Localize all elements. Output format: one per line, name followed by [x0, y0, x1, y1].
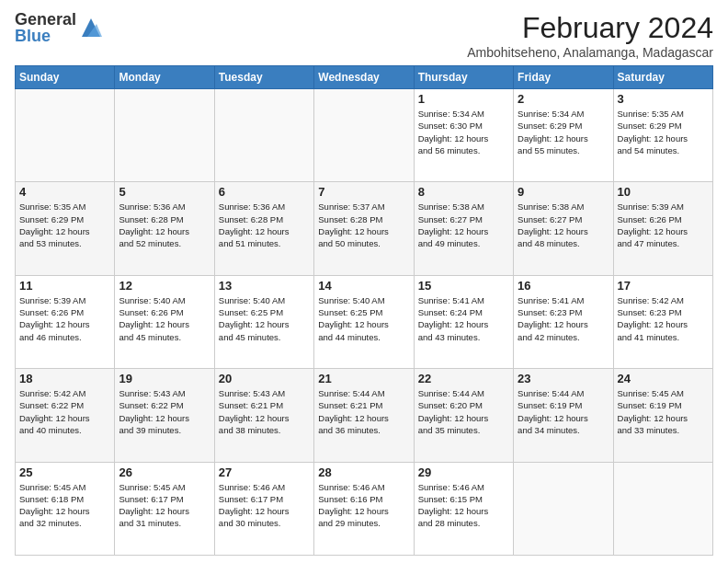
calendar-week-5: 25Sunrise: 5:45 AM Sunset: 6:18 PM Dayli…	[16, 462, 713, 555]
logo-blue: Blue	[15, 28, 76, 44]
title-block: February 2024 Ambohitseheno, Analamanga,…	[467, 11, 713, 60]
logo-general: General	[15, 11, 76, 28]
day-info: Sunrise: 5:41 AM Sunset: 6:23 PM Dayligh…	[518, 294, 609, 343]
calendar-cell: 2Sunrise: 5:34 AM Sunset: 6:29 PM Daylig…	[514, 89, 613, 182]
calendar-cell: 9Sunrise: 5:38 AM Sunset: 6:27 PM Daylig…	[514, 182, 613, 275]
day-info: Sunrise: 5:38 AM Sunset: 6:27 PM Dayligh…	[518, 201, 609, 249]
day-info: Sunrise: 5:44 AM Sunset: 6:19 PM Dayligh…	[518, 387, 609, 436]
day-info: Sunrise: 5:40 AM Sunset: 6:25 PM Dayligh…	[219, 294, 310, 343]
calendar-cell	[613, 462, 712, 555]
day-info: Sunrise: 5:34 AM Sunset: 6:29 PM Dayligh…	[518, 108, 609, 156]
day-number: 27	[219, 465, 310, 479]
day-info: Sunrise: 5:40 AM Sunset: 6:26 PM Dayligh…	[119, 294, 210, 343]
day-number: 8	[418, 185, 509, 199]
calendar-subtitle: Ambohitseheno, Analamanga, Madagascar	[467, 45, 713, 60]
calendar-header-sunday: Sunday	[16, 66, 115, 89]
day-number: 17	[618, 279, 709, 293]
calendar-cell: 10Sunrise: 5:39 AM Sunset: 6:26 PM Dayli…	[613, 182, 712, 275]
calendar-week-2: 4Sunrise: 5:35 AM Sunset: 6:29 PM Daylig…	[16, 182, 713, 275]
day-info: Sunrise: 5:42 AM Sunset: 6:23 PM Dayligh…	[618, 294, 709, 343]
calendar-cell: 27Sunrise: 5:46 AM Sunset: 6:17 PM Dayli…	[214, 462, 313, 555]
day-info: Sunrise: 5:34 AM Sunset: 6:30 PM Dayligh…	[418, 108, 509, 156]
logo-icon	[78, 15, 104, 40]
calendar-cell: 19Sunrise: 5:43 AM Sunset: 6:22 PM Dayli…	[115, 369, 214, 462]
calendar-cell: 17Sunrise: 5:42 AM Sunset: 6:23 PM Dayli…	[613, 275, 712, 368]
day-number: 1	[418, 92, 509, 106]
day-info: Sunrise: 5:43 AM Sunset: 6:21 PM Dayligh…	[219, 387, 310, 436]
day-info: Sunrise: 5:46 AM Sunset: 6:15 PM Dayligh…	[418, 481, 509, 530]
logo: General Blue	[15, 11, 104, 44]
day-number: 5	[119, 185, 210, 199]
day-number: 23	[518, 372, 609, 385]
calendar-cell: 3Sunrise: 5:35 AM Sunset: 6:29 PM Daylig…	[613, 89, 712, 182]
day-info: Sunrise: 5:45 AM Sunset: 6:17 PM Dayligh…	[119, 481, 210, 530]
day-info: Sunrise: 5:39 AM Sunset: 6:26 PM Dayligh…	[19, 294, 110, 343]
calendar-cell: 5Sunrise: 5:36 AM Sunset: 6:28 PM Daylig…	[115, 182, 214, 275]
calendar-cell: 20Sunrise: 5:43 AM Sunset: 6:21 PM Dayli…	[214, 369, 313, 462]
day-number: 4	[19, 185, 110, 199]
day-number: 10	[618, 185, 709, 199]
day-info: Sunrise: 5:39 AM Sunset: 6:26 PM Dayligh…	[618, 201, 709, 249]
calendar-cell: 8Sunrise: 5:38 AM Sunset: 6:27 PM Daylig…	[414, 182, 513, 275]
day-info: Sunrise: 5:38 AM Sunset: 6:27 PM Dayligh…	[418, 201, 509, 249]
day-info: Sunrise: 5:35 AM Sunset: 6:29 PM Dayligh…	[19, 201, 110, 249]
day-number: 26	[119, 465, 210, 479]
calendar-table: SundayMondayTuesdayWednesdayThursdayFrid…	[15, 65, 713, 556]
header: General Blue February 2024 Ambohitseheno…	[15, 11, 713, 60]
calendar-week-1: 1Sunrise: 5:34 AM Sunset: 6:30 PM Daylig…	[16, 89, 713, 182]
calendar-cell: 7Sunrise: 5:37 AM Sunset: 6:28 PM Daylig…	[314, 182, 414, 275]
day-number: 15	[418, 279, 509, 293]
calendar-cell	[314, 89, 414, 182]
calendar-cell: 14Sunrise: 5:40 AM Sunset: 6:25 PM Dayli…	[314, 275, 414, 368]
day-info: Sunrise: 5:36 AM Sunset: 6:28 PM Dayligh…	[219, 201, 310, 249]
calendar-cell: 1Sunrise: 5:34 AM Sunset: 6:30 PM Daylig…	[414, 89, 513, 182]
calendar-header-thursday: Thursday	[414, 66, 513, 89]
calendar-cell: 25Sunrise: 5:45 AM Sunset: 6:18 PM Dayli…	[16, 462, 115, 555]
calendar-cell: 11Sunrise: 5:39 AM Sunset: 6:26 PM Dayli…	[16, 275, 115, 368]
day-number: 20	[219, 372, 310, 385]
day-number: 28	[318, 465, 409, 479]
calendar-cell: 6Sunrise: 5:36 AM Sunset: 6:28 PM Daylig…	[214, 182, 313, 275]
calendar-header-wednesday: Wednesday	[314, 66, 414, 89]
day-info: Sunrise: 5:46 AM Sunset: 6:16 PM Dayligh…	[318, 481, 409, 530]
calendar-cell: 15Sunrise: 5:41 AM Sunset: 6:24 PM Dayli…	[414, 275, 513, 368]
day-info: Sunrise: 5:46 AM Sunset: 6:17 PM Dayligh…	[219, 481, 310, 530]
day-number: 13	[219, 279, 310, 293]
calendar-cell: 22Sunrise: 5:44 AM Sunset: 6:20 PM Dayli…	[414, 369, 513, 462]
page: General Blue February 2024 Ambohitseheno…	[0, 0, 728, 563]
day-number: 3	[618, 92, 709, 106]
day-number: 12	[119, 279, 210, 293]
calendar-header-row: SundayMondayTuesdayWednesdayThursdayFrid…	[16, 66, 713, 89]
calendar-header-tuesday: Tuesday	[214, 66, 313, 89]
day-number: 22	[418, 372, 509, 385]
calendar-cell: 24Sunrise: 5:45 AM Sunset: 6:19 PM Dayli…	[613, 369, 712, 462]
calendar-cell: 21Sunrise: 5:44 AM Sunset: 6:21 PM Dayli…	[314, 369, 414, 462]
calendar-cell	[514, 462, 613, 555]
day-info: Sunrise: 5:40 AM Sunset: 6:25 PM Dayligh…	[318, 294, 409, 343]
day-number: 9	[518, 185, 609, 199]
day-number: 2	[518, 92, 609, 106]
day-info: Sunrise: 5:45 AM Sunset: 6:18 PM Dayligh…	[19, 481, 110, 530]
calendar-cell: 29Sunrise: 5:46 AM Sunset: 6:15 PM Dayli…	[414, 462, 513, 555]
calendar-cell	[115, 89, 214, 182]
day-number: 29	[418, 465, 509, 479]
day-info: Sunrise: 5:36 AM Sunset: 6:28 PM Dayligh…	[119, 201, 210, 249]
calendar-cell: 13Sunrise: 5:40 AM Sunset: 6:25 PM Dayli…	[214, 275, 313, 368]
calendar-cell: 26Sunrise: 5:45 AM Sunset: 6:17 PM Dayli…	[115, 462, 214, 555]
day-number: 6	[219, 185, 310, 199]
day-info: Sunrise: 5:44 AM Sunset: 6:20 PM Dayligh…	[418, 387, 509, 436]
day-info: Sunrise: 5:45 AM Sunset: 6:19 PM Dayligh…	[618, 387, 709, 436]
day-info: Sunrise: 5:43 AM Sunset: 6:22 PM Dayligh…	[119, 387, 210, 436]
logo-text: General Blue	[15, 11, 76, 44]
calendar-cell	[16, 89, 115, 182]
day-info: Sunrise: 5:41 AM Sunset: 6:24 PM Dayligh…	[418, 294, 509, 343]
calendar-cell: 4Sunrise: 5:35 AM Sunset: 6:29 PM Daylig…	[16, 182, 115, 275]
day-number: 24	[618, 372, 709, 385]
calendar-week-4: 18Sunrise: 5:42 AM Sunset: 6:22 PM Dayli…	[16, 369, 713, 462]
day-number: 11	[19, 279, 110, 293]
day-number: 25	[19, 465, 110, 479]
day-number: 21	[318, 372, 409, 385]
calendar-title: February 2024	[467, 11, 713, 45]
calendar-header-friday: Friday	[514, 66, 613, 89]
calendar-cell: 28Sunrise: 5:46 AM Sunset: 6:16 PM Dayli…	[314, 462, 414, 555]
